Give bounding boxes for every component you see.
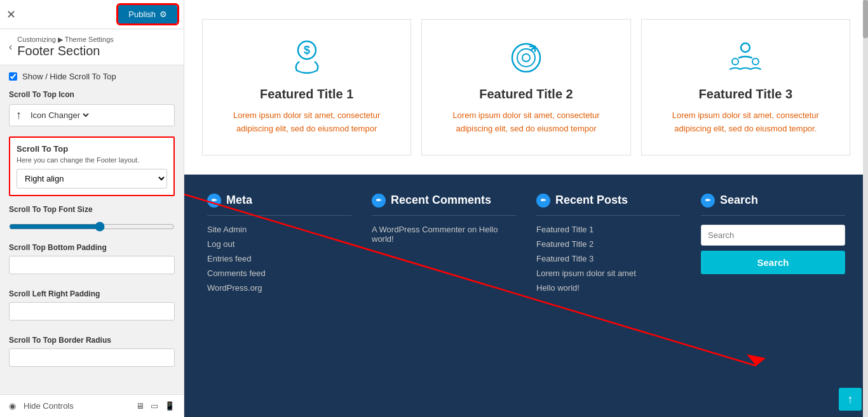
- scroll-to-top-icon-label: Scroll To Top Icon: [9, 90, 175, 99]
- svg-point-5: [741, 43, 750, 52]
- gear-icon: ⚙: [159, 10, 167, 19]
- wordpress-org-link[interactable]: WordPress.org: [207, 283, 351, 293]
- svg-point-6: [732, 58, 738, 65]
- show-hide-checkbox[interactable]: [9, 72, 17, 81]
- font-size-slider[interactable]: [9, 222, 175, 232]
- recent-comment-1-link[interactable]: A WordPress Commenter on Hello world!: [372, 225, 516, 244]
- show-hide-label[interactable]: Show / Hide Scroll To Top: [22, 72, 116, 81]
- scroll-to-top-box-title: Scroll To Top: [17, 144, 167, 154]
- breadcrumb-section: ‹ Customizing ▶ Theme Settings Footer Se…: [0, 29, 184, 65]
- scroll-top-button[interactable]: ↑: [839, 388, 862, 411]
- card-1-title: Featured Title 1: [215, 87, 398, 102]
- svg-point-7: [752, 58, 759, 65]
- target-icon: [435, 39, 617, 77]
- footer-col-meta-title: ✏ Meta: [207, 194, 351, 208]
- icon-changer-select[interactable]: Icon Changer: [28, 110, 91, 121]
- recent-post-5-link[interactable]: Hello world!: [536, 283, 681, 293]
- footer-col-search-title: ✏ Search: [701, 194, 845, 208]
- left-right-padding-input[interactable]: [9, 302, 175, 321]
- recent-post-2-link[interactable]: Featured Title 2: [536, 239, 681, 249]
- footer-search-button[interactable]: Search: [701, 251, 845, 274]
- recent-posts-edit-icon[interactable]: ✏: [536, 194, 550, 208]
- svg-text:$: $: [304, 44, 310, 56]
- recent-post-3-link[interactable]: Featured Title 3: [536, 254, 681, 263]
- card-3-text: Lorem ipsum dolor sit amet, consectetur …: [654, 109, 837, 136]
- card-3: Featured Title 3 Lorem ipsum dolor sit a…: [641, 19, 850, 156]
- footer-col-meta: ✏ Meta Site Admin Log out Entries feed C…: [197, 194, 362, 398]
- arrow-up-icon: ↑: [16, 109, 22, 122]
- svg-point-3: [517, 49, 535, 67]
- panel-content: Show / Hide Scroll To Top Scroll To Top …: [0, 65, 184, 394]
- show-hide-row: Show / Hide Scroll To Top: [9, 72, 175, 81]
- right-panel: $ Featured Title 1 Lorem ipsum dolor sit…: [184, 0, 868, 417]
- card-2-title: Featured Title 2: [435, 87, 617, 102]
- card-2: Featured Title 2 Lorem ipsum dolor sit a…: [421, 19, 630, 156]
- footer-area: ✏ Meta Site Admin Log out Entries feed C…: [184, 175, 868, 417]
- svg-point-4: [522, 54, 530, 62]
- footer-col-search: ✏ Search Search: [691, 194, 855, 398]
- card-2-text: Lorem ipsum dolor sit amet, consectetur …: [435, 109, 617, 136]
- search-edit-icon[interactable]: ✏: [701, 194, 715, 208]
- top-bar: ✕ Publish ⚙: [0, 0, 184, 29]
- left-right-padding-label: Scroll Left Right Padding: [9, 289, 175, 298]
- footer-col-recent-posts-title: ✏ Recent Posts: [536, 194, 681, 208]
- border-radius-label: Scroll To Top Border Radius: [9, 336, 175, 345]
- section-title: Footer Section: [17, 44, 113, 58]
- card-3-title: Featured Title 3: [654, 87, 837, 102]
- dollar-icon: $: [215, 39, 398, 77]
- publish-label: Publish: [128, 10, 156, 19]
- entries-feed-link[interactable]: Entries feed: [207, 254, 351, 263]
- icon-changer-row: ↑ Icon Changer: [9, 104, 175, 126]
- log-out-link[interactable]: Log out: [207, 239, 351, 249]
- font-size-label: Scroll To Top Font Size: [9, 205, 175, 214]
- bottom-padding-input[interactable]: [9, 256, 175, 274]
- hide-controls-bar: ◉ Hide Controls 🖥 ▭ 📱: [0, 394, 184, 417]
- card-1: $ Featured Title 1 Lorem ipsum dolor sit…: [202, 19, 411, 156]
- border-radius-input[interactable]: [9, 348, 175, 367]
- desktop-icon[interactable]: 🖥: [136, 401, 144, 411]
- scroll-to-top-box: Scroll To Top Here you can change the Fo…: [9, 136, 175, 196]
- svg-point-2: [512, 44, 540, 72]
- recent-comments-edit-icon[interactable]: ✏: [372, 194, 386, 208]
- hide-controls-icon: ◉: [9, 401, 16, 411]
- device-icons: 🖥 ▭ 📱: [136, 401, 175, 411]
- right-scrollbar-thumb[interactable]: [863, 0, 868, 38]
- scroll-to-top-box-desc: Here you can change the Footer layout.: [17, 156, 167, 164]
- slider-container: [9, 218, 175, 234]
- tablet-icon[interactable]: ▭: [151, 401, 158, 411]
- site-admin-link[interactable]: Site Admin: [207, 225, 351, 234]
- footer-col-recent-comments: ✏ Recent Comments A WordPress Commenter …: [362, 194, 526, 398]
- comments-feed-link[interactable]: Comments feed: [207, 268, 351, 278]
- bottom-padding-label: Scroll Top Bottom Padding: [9, 243, 175, 252]
- breadcrumb: Customizing ▶ Theme Settings: [17, 36, 113, 44]
- publish-button[interactable]: Publish ⚙: [118, 5, 177, 23]
- back-button[interactable]: ‹: [9, 41, 12, 53]
- close-button[interactable]: ✕: [6, 8, 16, 22]
- card-1-text: Lorem ipsum dolor sit amet, consectetur …: [215, 109, 398, 136]
- footer-search-input[interactable]: [701, 225, 845, 246]
- meta-edit-icon[interactable]: ✏: [207, 194, 221, 208]
- align-select[interactable]: Right align Left align Center align: [17, 169, 167, 189]
- right-scrollbar[interactable]: [863, 0, 868, 417]
- footer-col-recent-posts: ✏ Recent Posts Featured Title 1 Featured…: [526, 194, 691, 398]
- cards-area: $ Featured Title 1 Lorem ipsum dolor sit…: [184, 0, 868, 175]
- mobile-icon[interactable]: 📱: [165, 401, 175, 411]
- footer-col-recent-comments-title: ✏ Recent Comments: [372, 194, 516, 208]
- hide-controls-label[interactable]: Hide Controls: [24, 401, 74, 411]
- recent-post-1-link[interactable]: Featured Title 1: [536, 225, 681, 234]
- left-panel: ✕ Publish ⚙ ‹ Customizing ▶ Theme Settin…: [0, 0, 184, 417]
- team-icon: [654, 39, 837, 77]
- recent-post-4-link[interactable]: Lorem ipsum dolor sit amet: [536, 268, 681, 278]
